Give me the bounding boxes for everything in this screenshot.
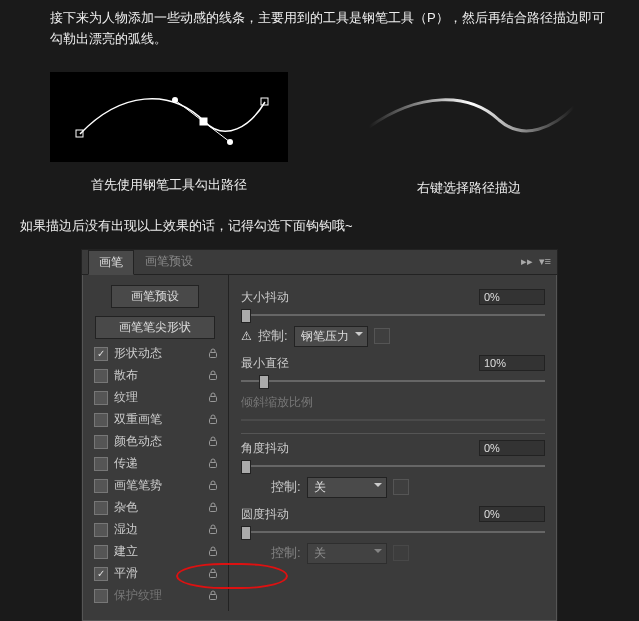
svg-rect-6: [210, 353, 217, 358]
panel-menu-icon[interactable]: ▾≡: [539, 255, 551, 268]
pen-path-demo: [50, 72, 288, 162]
option-label: 形状动态: [114, 345, 206, 362]
svg-rect-16: [210, 573, 217, 578]
option-2[interactable]: 纹理: [82, 387, 228, 409]
tilt-scale-label: 倾斜缩放比例: [241, 394, 471, 411]
checkbox-icon[interactable]: [94, 501, 108, 515]
divider: [241, 433, 545, 434]
svg-rect-15: [210, 551, 217, 556]
roundness-jitter-value[interactable]: 0%: [479, 506, 545, 522]
checkbox-icon[interactable]: [94, 523, 108, 537]
brush-options-list: 画笔预设 画笔笔尖形状 形状动态散布纹理双重画笔颜色动态传递画笔笔势杂色湿边建立…: [82, 275, 229, 611]
option-label: 纹理: [114, 389, 206, 406]
min-diameter-slider[interactable]: [241, 374, 545, 388]
stroke-demo: [349, 72, 589, 162]
min-diameter-label: 最小直径: [241, 355, 471, 372]
lock-icon[interactable]: [206, 390, 220, 405]
warning-icon: ⚠: [241, 329, 252, 343]
svg-rect-14: [210, 529, 217, 534]
option-1[interactable]: 散布: [82, 365, 228, 387]
roundness-jitter-label: 圆度抖动: [241, 506, 471, 523]
checkbox-icon[interactable]: [94, 567, 108, 581]
lock-icon[interactable]: [206, 522, 220, 537]
option-label: 散布: [114, 367, 206, 384]
shape-dynamics-settings: 大小抖动 0% ⚠ 控制: 钢笔压力 最小直径 10%: [229, 275, 557, 611]
checkbox-icon[interactable]: [94, 391, 108, 405]
flip-toggle-1[interactable]: [374, 328, 390, 344]
checkbox-icon[interactable]: [94, 413, 108, 427]
checkbox-icon[interactable]: [94, 347, 108, 361]
svg-rect-9: [210, 419, 217, 424]
brush-preset-button[interactable]: 画笔预设: [111, 285, 199, 308]
option-0[interactable]: 形状动态: [82, 343, 228, 365]
panel-collapse-icon[interactable]: ▸▸: [521, 255, 533, 268]
option-10[interactable]: 平滑: [82, 563, 228, 585]
option-7[interactable]: 杂色: [82, 497, 228, 519]
svg-rect-10: [210, 441, 217, 446]
control-label-3: 控制:: [271, 544, 301, 562]
tilt-scale-slider: [241, 413, 545, 427]
checkbox-icon[interactable]: [94, 479, 108, 493]
control-label: 控制:: [258, 327, 288, 345]
checkbox-icon[interactable]: [94, 435, 108, 449]
option-11[interactable]: 保护纹理: [82, 585, 228, 607]
lock-icon[interactable]: [206, 588, 220, 603]
svg-rect-17: [210, 595, 217, 600]
svg-rect-13: [210, 507, 217, 512]
option-4[interactable]: 颜色动态: [82, 431, 228, 453]
size-jitter-value[interactable]: 0%: [479, 289, 545, 305]
svg-rect-8: [210, 397, 217, 402]
svg-line-3: [175, 100, 230, 142]
control-select-3: 关: [307, 543, 387, 564]
checkbox-icon[interactable]: [94, 369, 108, 383]
control-select-1[interactable]: 钢笔压力: [294, 326, 368, 347]
option-label: 建立: [114, 543, 206, 560]
intro-text: 接下来为人物添加一些动感的线条，主要用到的工具是钢笔工具（P），然后再结合路径描…: [20, 0, 619, 62]
lock-icon[interactable]: [206, 478, 220, 493]
option-6[interactable]: 画笔笔势: [82, 475, 228, 497]
angle-jitter-slider[interactable]: [241, 459, 545, 473]
brush-tip-shape-button[interactable]: 画笔笔尖形状: [95, 316, 215, 339]
option-label: 双重画笔: [114, 411, 206, 428]
option-label: 传递: [114, 455, 206, 472]
checkbox-icon[interactable]: [94, 457, 108, 471]
roundness-jitter-slider[interactable]: [241, 525, 545, 539]
angle-jitter-label: 角度抖动: [241, 440, 471, 457]
lock-icon[interactable]: [206, 456, 220, 471]
size-jitter-slider[interactable]: [241, 308, 545, 322]
option-3[interactable]: 双重画笔: [82, 409, 228, 431]
svg-rect-11: [210, 463, 217, 468]
svg-rect-7: [210, 375, 217, 380]
lock-icon[interactable]: [206, 544, 220, 559]
option-8[interactable]: 湿边: [82, 519, 228, 541]
flip-toggle-2[interactable]: [393, 479, 409, 495]
tab-brush-preset[interactable]: 画笔预设: [134, 249, 204, 274]
note-text: 如果描边后没有出现以上效果的话，记得勾选下面钩钩哦~: [20, 211, 619, 249]
tab-brush[interactable]: 画笔: [88, 250, 134, 275]
lock-icon[interactable]: [206, 346, 220, 361]
svg-point-5: [227, 139, 233, 145]
lock-icon[interactable]: [206, 434, 220, 449]
min-diameter-value[interactable]: 10%: [479, 355, 545, 371]
checkbox-icon[interactable]: [94, 545, 108, 559]
angle-jitter-value[interactable]: 0%: [479, 440, 545, 456]
svg-point-4: [172, 97, 178, 103]
option-label: 颜色动态: [114, 433, 206, 450]
lock-icon[interactable]: [206, 368, 220, 383]
flip-toggle-3: [393, 545, 409, 561]
control-select-2[interactable]: 关: [307, 477, 387, 498]
size-jitter-label: 大小抖动: [241, 289, 471, 306]
option-label: 保护纹理: [114, 587, 206, 604]
checkbox-icon[interactable]: [94, 589, 108, 603]
svg-rect-12: [210, 485, 217, 490]
control-label-2: 控制:: [271, 478, 301, 496]
panel-tabs: 画笔 画笔预设 ▸▸ ▾≡: [82, 250, 557, 275]
lock-icon[interactable]: [206, 500, 220, 515]
demo2-caption: 右键选择路径描边: [318, 179, 619, 197]
lock-icon[interactable]: [206, 566, 220, 581]
option-label: 平滑: [114, 565, 206, 582]
option-5[interactable]: 传递: [82, 453, 228, 475]
option-label: 杂色: [114, 499, 206, 516]
lock-icon[interactable]: [206, 412, 220, 427]
option-9[interactable]: 建立: [82, 541, 228, 563]
